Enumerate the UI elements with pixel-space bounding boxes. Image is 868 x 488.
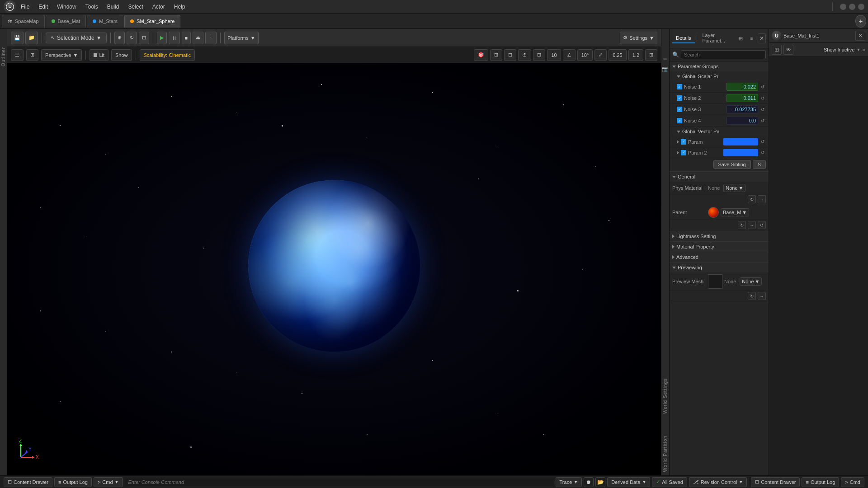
content-drawer-btn[interactable]: ⊟ Content Drawer [4, 477, 52, 487]
play-btn[interactable]: ▶ [157, 32, 167, 44]
show-btn[interactable]: Show [111, 49, 132, 61]
param1-expand[interactable] [677, 140, 679, 144]
noise2-value[interactable]: 0.011 [726, 94, 758, 102]
maximize-btn[interactable] [849, 4, 855, 10]
browse-btn[interactable]: 📁 [25, 32, 38, 44]
more-play-btn[interactable]: ⋮ [205, 32, 217, 44]
noise4-checkbox[interactable]: ✓ [677, 118, 682, 123]
noise1-value[interactable]: 0.022 [726, 83, 758, 91]
phys-dropdown[interactable]: None ▼ [723, 184, 745, 192]
output-log-btn2[interactable]: ≡ Output Log [802, 477, 839, 487]
param2-expand[interactable] [677, 151, 679, 155]
transform-rotate-btn[interactable]: ↻ [127, 32, 137, 44]
lit-btn[interactable]: Lit [90, 49, 108, 61]
param1-checkbox[interactable]: ✓ [681, 139, 686, 145]
menu-edit[interactable]: Edit [34, 2, 52, 12]
console-input[interactable] [125, 479, 554, 486]
parent-use-btn[interactable]: → [748, 221, 756, 229]
tab-sm-star-sphere[interactable]: SM_Star_Sphere [124, 15, 180, 28]
pencil-icon[interactable]: ✏ [663, 56, 668, 62]
param2-checkbox[interactable]: ✓ [681, 150, 686, 155]
noise4-value[interactable]: 0.0 [726, 117, 758, 125]
tab-spacemap[interactable]: 🗺 SpaceMap [2, 15, 45, 28]
platforms-btn[interactable]: Platforms ▼ [224, 32, 258, 44]
grid-view-btn[interactable]: ⊞ [736, 34, 745, 43]
angle-value-btn[interactable]: 10° [577, 49, 593, 61]
realtime-btn[interactable]: ⏱ [518, 49, 531, 61]
noise2-checkbox[interactable]: ✓ [677, 95, 682, 101]
menu-actor[interactable]: Actor [148, 2, 170, 12]
menu-help[interactable]: Help [170, 2, 190, 12]
param1-color-swatch[interactable] [723, 138, 759, 145]
scalability-btn[interactable]: Scalability: Cinematic [140, 49, 195, 61]
trace-btn[interactable]: Trace ▼ [556, 477, 582, 487]
output-log-btn[interactable]: ≡ Output Log [54, 477, 92, 487]
noise1-checkbox[interactable]: ✓ [677, 84, 682, 89]
param2-reset[interactable]: ↺ [760, 150, 766, 155]
derived-data-btn[interactable]: Derived Data ▼ [607, 477, 650, 487]
details-search-input[interactable] [681, 50, 766, 59]
preview-use-btn[interactable]: → [758, 292, 766, 300]
close-details-btn[interactable]: ✕ [758, 33, 766, 43]
ue-logo[interactable]: U [4, 0, 16, 13]
eject-btn[interactable]: ⏏ [193, 32, 203, 44]
param2-color-swatch[interactable] [723, 149, 759, 156]
noise2-reset[interactable]: ↺ [760, 95, 766, 101]
layer-params-tab[interactable]: Layer Paramet... [698, 31, 734, 46]
close-material-btn[interactable]: ✕ [855, 31, 865, 41]
close-btn[interactable] [858, 4, 864, 10]
grid-value-btn[interactable]: 10 [547, 49, 561, 61]
preview-browse-btn[interactable]: ↻ [748, 292, 756, 300]
all-saved-btn[interactable]: ✓ All Saved [652, 477, 687, 487]
cmd-btn2[interactable]: > Cmd [841, 477, 864, 487]
noise3-checkbox[interactable]: ✓ [677, 107, 682, 112]
save-btn-short[interactable]: S [753, 160, 766, 169]
material-property-section[interactable]: Material Property [670, 242, 769, 252]
cmd-btn[interactable]: > Cmd ▼ [94, 477, 123, 487]
tab-base-mat[interactable]: Base_Mat [46, 15, 86, 28]
material-list-btn[interactable]: ⊞ [772, 45, 782, 55]
parent-reset-btn[interactable]: ↺ [758, 221, 766, 229]
noise3-reset[interactable]: ↺ [760, 107, 766, 113]
phys-use-btn[interactable]: → [758, 195, 766, 203]
details-tab[interactable]: Details [672, 33, 695, 43]
scale-value-btn[interactable]: 0.25 [609, 49, 626, 61]
snap-btn[interactable]: ⊞ [490, 49, 502, 61]
camera-icon2[interactable]: 📷 [662, 66, 669, 72]
tab-m-stars[interactable]: M_Stars [87, 15, 123, 28]
scale-btn[interactable]: ⤢ [594, 49, 607, 61]
surface-snap-btn[interactable]: ⊟ [504, 49, 516, 61]
list-view-btn[interactable]: ≡ [747, 34, 756, 43]
phys-browse-btn[interactable]: ↻ [748, 195, 756, 203]
settings-btn[interactable]: ⚙ Settings ▼ [620, 32, 657, 44]
revision-control-btn[interactable]: ⎇ Revision Control ▼ [689, 477, 747, 487]
param1-reset[interactable]: ↺ [760, 139, 766, 145]
content-drawer-btn2[interactable]: ⊟ Content Drawer [751, 477, 800, 487]
noise4-reset[interactable]: ↺ [760, 118, 766, 124]
selection-mode-btn[interactable]: ↖ Selection Mode ▼ [46, 33, 107, 43]
save-sibling-btn[interactable]: Save Sibling [713, 160, 751, 169]
expand-icon[interactable]: » [862, 47, 865, 53]
parameter-groups-header[interactable]: Parameter Groups [670, 61, 769, 71]
menu-file[interactable]: File [16, 2, 34, 12]
tab-add-btn[interactable]: + [855, 15, 866, 28]
outliner-label[interactable]: Outliner [1, 47, 6, 66]
noise3-value[interactable]: -0.027735 [726, 105, 758, 113]
hamburger-btn[interactable]: ☰ [11, 49, 24, 61]
global-vector-header[interactable]: Global Vector Pa [670, 127, 769, 136]
viewport-options-btn[interactable]: ⊞ [26, 49, 38, 61]
menu-select[interactable]: Select [123, 2, 147, 12]
camera-select-btn[interactable]: 🎯 [474, 49, 488, 61]
transform-scale-btn[interactable]: ⊡ [139, 32, 149, 44]
parent-dropdown[interactable]: Base_M ▼ [721, 208, 749, 216]
world-partition-label[interactable]: World Partition [663, 436, 668, 472]
save-all-btn[interactable]: 💾 [11, 32, 24, 44]
world-settings-label[interactable]: World Settings [663, 378, 668, 414]
menu-build[interactable]: Build [103, 2, 124, 12]
trace-record-btn[interactable]: ⏺ [584, 477, 594, 487]
general-section-header[interactable]: General [670, 172, 769, 182]
noise1-reset[interactable]: ↺ [760, 84, 766, 90]
perspective-btn[interactable]: Perspective ▼ [41, 49, 82, 61]
viewport[interactable]: X Z Y [7, 63, 661, 475]
parent-browse-btn[interactable]: ↻ [738, 221, 746, 229]
